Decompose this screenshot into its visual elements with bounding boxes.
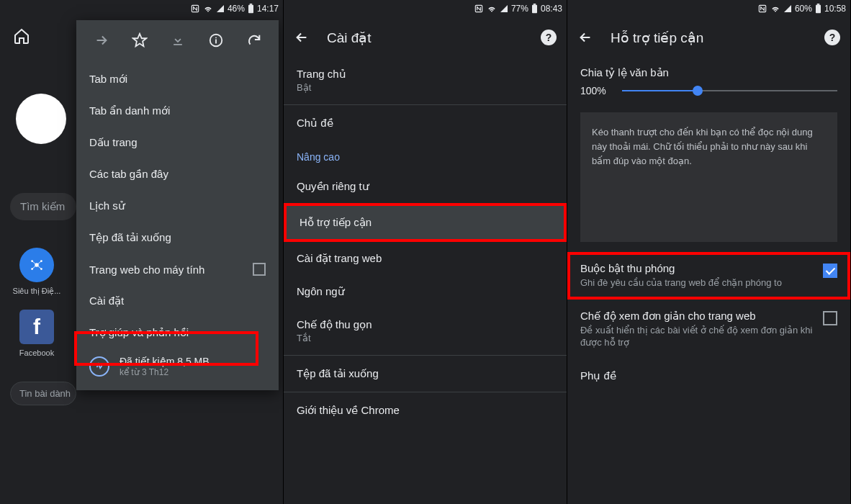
wifi-icon bbox=[203, 4, 213, 14]
slider-fill bbox=[622, 90, 698, 91]
download-icon[interactable] bbox=[165, 27, 191, 53]
phone-3-accessibility: 60% 10:58 Hỗ trợ tiếp cận ? Chia tỷ lệ v… bbox=[567, 0, 851, 504]
svg-rect-14 bbox=[817, 4, 820, 5]
star-icon[interactable] bbox=[127, 27, 153, 53]
settings-language[interactable]: Ngôn ngữ bbox=[284, 275, 567, 308]
item-title: Tệp đã tải xuống bbox=[297, 367, 554, 380]
search-pill[interactable]: Tìm kiếm bbox=[10, 193, 76, 220]
nfc-icon bbox=[190, 4, 200, 14]
simplified-view-item[interactable]: Chế độ xem đơn giản cho trang web Đề xuấ… bbox=[567, 300, 850, 359]
settings-downloads[interactable]: Tệp đã tải xuống bbox=[284, 357, 567, 390]
text-scaling-block: Chia tỷ lệ văn bản 100% bbox=[567, 58, 850, 102]
battery-percent: 77% bbox=[511, 4, 528, 14]
data-saver-icon bbox=[89, 356, 109, 377]
force-zoom-title: Buộc bật thu phóng bbox=[580, 262, 813, 275]
battery-icon bbox=[531, 4, 538, 14]
menu-new-tab[interactable]: Tab mới bbox=[76, 63, 279, 95]
settings-toolbar: Cài đặt ? bbox=[284, 17, 567, 58]
app-label: Facebook bbox=[10, 348, 63, 357]
captions-item[interactable]: Phụ đề bbox=[567, 359, 850, 392]
menu-data-saver[interactable]: Đã tiết kiệm 8,5 MB kể từ 3 Th12 bbox=[76, 348, 279, 387]
info-icon[interactable] bbox=[203, 27, 229, 53]
app-tile-2[interactable]: f Facebook bbox=[10, 310, 63, 357]
settings-lite-mode[interactable]: Chế độ thu gọn Tắt bbox=[284, 308, 567, 354]
menu-list: Tab mới Tab ẩn danh mới Dấu trang Các ta… bbox=[76, 60, 279, 390]
signal-icon bbox=[783, 4, 792, 13]
text-scaling-slider[interactable] bbox=[622, 90, 837, 91]
overflow-menu: Tab mới Tab ẩn danh mới Dấu trang Các ta… bbox=[76, 20, 279, 390]
menu-settings[interactable]: Cài đặt bbox=[76, 285, 279, 317]
item-title: Phụ đề bbox=[580, 369, 837, 382]
svg-rect-1 bbox=[248, 5, 253, 13]
settings-section-advanced: Nâng cao bbox=[284, 140, 567, 170]
data-saver-title: Đã tiết kiệm 8,5 MB bbox=[120, 356, 210, 367]
settings-theme[interactable]: Chủ đề bbox=[284, 107, 567, 140]
text-scaling-slider-row: 100% bbox=[580, 85, 837, 96]
help-icon[interactable]: ? bbox=[541, 30, 557, 45]
back-icon[interactable] bbox=[577, 30, 593, 45]
battery-icon bbox=[248, 4, 254, 14]
battery-icon bbox=[815, 4, 821, 14]
page-title: Cài đặt bbox=[327, 30, 523, 46]
item-title: Ngôn ngữ bbox=[297, 285, 554, 298]
menu-recent-tabs[interactable]: Các tab gần đây bbox=[76, 158, 279, 190]
battery-percent: 60% bbox=[795, 4, 812, 14]
menu-history[interactable]: Lịch sử bbox=[76, 190, 279, 222]
item-title: Hỗ trợ tiếp cận bbox=[300, 216, 551, 229]
text-scaling-label: Chia tỷ lệ văn bản bbox=[580, 66, 837, 79]
force-zoom-item[interactable]: Buộc bật thu phóng Ghi đè yêu cầu của tr… bbox=[567, 252, 850, 300]
settings-site[interactable]: Cài đặt trang web bbox=[284, 242, 567, 275]
signal-icon bbox=[500, 4, 508, 13]
forward-icon[interactable] bbox=[89, 27, 114, 53]
status-bar: 46% 14:17 bbox=[0, 0, 283, 17]
settings-homepage[interactable]: Trang chủ Bật bbox=[284, 58, 567, 103]
menu-desktop-site[interactable]: Trang web cho máy tính bbox=[76, 253, 279, 285]
page-title: Hỗ trợ tiếp cận bbox=[611, 30, 807, 46]
facebook-icon: f bbox=[19, 310, 54, 344]
item-title: Quyền riêng tư bbox=[297, 180, 554, 193]
news-pill[interactable]: Tin bài dành bbox=[10, 382, 76, 405]
help-icon[interactable]: ? bbox=[824, 30, 840, 45]
clock: 10:58 bbox=[824, 4, 846, 14]
menu-icon-row bbox=[76, 20, 279, 60]
svg-rect-13 bbox=[816, 5, 821, 13]
menu-bookmarks[interactable]: Dấu trang bbox=[76, 127, 279, 158]
home-icon[interactable] bbox=[13, 27, 30, 45]
signal-icon bbox=[216, 4, 225, 13]
app-label: Siêu thị Điệ... bbox=[10, 287, 63, 296]
refresh-icon[interactable] bbox=[241, 27, 267, 53]
item-title: Giới thiệu về Chrome bbox=[297, 404, 554, 417]
svg-rect-2 bbox=[250, 4, 253, 5]
phone-2-settings: 77% 08:43 Cài đặt ? Trang chủ Bật Chủ đề… bbox=[284, 0, 567, 504]
clock: 14:17 bbox=[257, 4, 279, 14]
simplified-title: Chế độ xem đơn giản cho trang web bbox=[580, 310, 813, 323]
app-tile-1[interactable]: Siêu thị Điệ... bbox=[10, 248, 63, 296]
item-sub: Tắt bbox=[297, 333, 554, 343]
data-saver-sub: kể từ 3 Th12 bbox=[120, 367, 210, 377]
svg-rect-10 bbox=[532, 5, 537, 13]
battery-percent: 46% bbox=[228, 4, 245, 14]
item-title: Trang chủ bbox=[297, 68, 554, 81]
settings-about[interactable]: Giới thiệu về Chrome bbox=[284, 394, 567, 427]
phone-1-chrome-menu: 46% 14:17 Tìm kiếm Siêu thị Điệ... f Fac… bbox=[0, 0, 284, 504]
simplified-checkbox[interactable] bbox=[823, 311, 837, 325]
settings-list: Trang chủ Bật Chủ đề Nâng cao Quyền riên… bbox=[284, 58, 567, 427]
accessibility-toolbar: Hỗ trợ tiếp cận ? bbox=[567, 17, 850, 58]
slider-thumb[interactable] bbox=[693, 86, 703, 96]
text-preview-box: Kéo thanh trượt cho đến khi bạn có thể đ… bbox=[580, 112, 837, 242]
svg-rect-11 bbox=[533, 4, 536, 5]
settings-privacy[interactable]: Quyền riêng tư bbox=[284, 170, 567, 203]
menu-downloads[interactable]: Tệp đã tải xuống bbox=[76, 222, 279, 253]
nfc-icon bbox=[474, 4, 484, 14]
status-bar: 60% 10:58 bbox=[567, 0, 850, 17]
settings-accessibility[interactable]: Hỗ trợ tiếp cận bbox=[284, 203, 567, 242]
menu-incognito[interactable]: Tab ẩn danh mới bbox=[76, 95, 279, 127]
text-scaling-value: 100% bbox=[580, 85, 612, 96]
clock: 08:43 bbox=[541, 4, 562, 14]
force-zoom-checkbox[interactable] bbox=[823, 264, 837, 278]
desktop-site-checkbox[interactable] bbox=[253, 263, 266, 276]
back-icon[interactable] bbox=[294, 30, 310, 45]
menu-help[interactable]: Trợ giúp và phản hồi bbox=[76, 317, 279, 348]
item-title: Chế độ thu gọn bbox=[297, 318, 554, 331]
status-bar: 77% 08:43 bbox=[284, 0, 567, 17]
